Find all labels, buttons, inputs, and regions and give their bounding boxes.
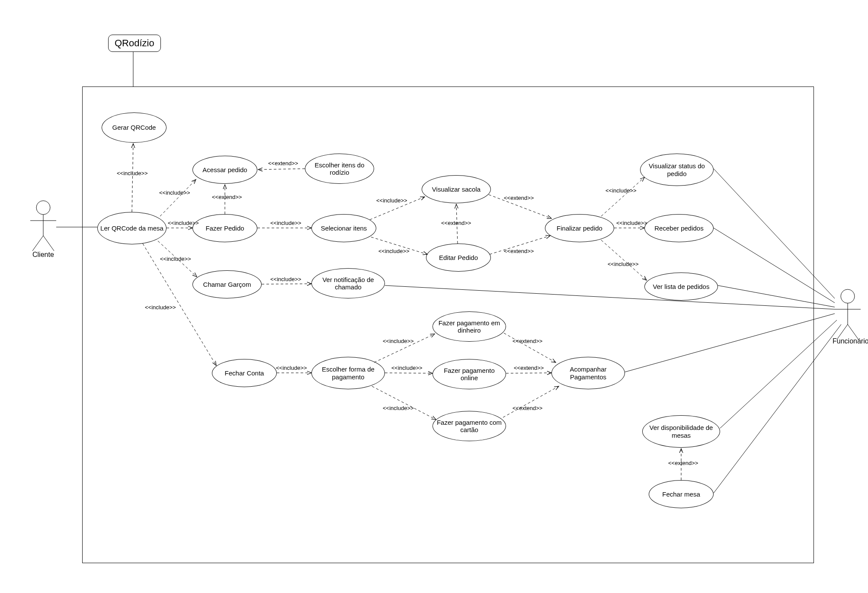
assoc-func-status [714, 169, 835, 298]
edge-chamar-notif [262, 284, 311, 284]
edge-label: <<include>> [391, 365, 423, 371]
assoc-func-fecharmesa [714, 324, 841, 493]
edge-label: <<include>> [376, 197, 407, 204]
edge-escolher-cartao [372, 386, 436, 420]
edge-label: <<extend>> [512, 338, 542, 344]
assoc-func-acompanhar [625, 314, 835, 372]
assoc-func-notificacao [385, 285, 835, 309]
actor-cliente [30, 201, 56, 251]
edge-final-status [601, 177, 644, 216]
edge-label: <<include>> [608, 261, 639, 267]
svg-line-4 [43, 236, 54, 251]
edge-label: <<include>> [159, 189, 190, 196]
svg-point-5 [841, 289, 855, 303]
edge-label: <<extend>> [212, 194, 242, 200]
edge-label: <<extend>> [441, 220, 471, 226]
diagram-canvas: QRodízio Gerar QRCode Ler QRCode da mesa… [0, 0, 868, 593]
edge-label: <<extend>> [504, 248, 534, 254]
edge-label: <<include>> [378, 248, 410, 254]
edge-label: <<extend>> [668, 460, 698, 466]
edge-label: <<extend>> [512, 405, 542, 411]
assoc-func-disponibilidade [720, 320, 837, 428]
edge-label: <<extend>> [504, 195, 534, 201]
edge-label: <<extend>> [514, 365, 544, 371]
edge-label: <<include>> [616, 220, 647, 226]
actor-funcionario [835, 289, 861, 340]
edge-escolher-acessar [258, 169, 305, 170]
edge-escolher-online [385, 373, 432, 373]
edge-final-lista [601, 240, 647, 280]
edge-label: <<extend>> [268, 160, 298, 167]
assoc-func-receber [714, 228, 835, 303]
svg-point-0 [36, 201, 50, 215]
edge-ler-acessar [160, 180, 196, 216]
edge-label: <<include>> [145, 304, 176, 311]
svg-line-3 [32, 236, 43, 251]
edge-ler-gerar [132, 144, 133, 212]
edge-label: <<include>> [168, 220, 199, 226]
svg-line-8 [837, 324, 848, 340]
edge-label: <<include>> [383, 405, 414, 411]
edge-label: <<include>> [383, 338, 414, 344]
diagram-svg: <<include>> <<include>> <<include>> <<in… [0, 0, 868, 593]
edge-label: <<include>> [276, 365, 307, 371]
svg-line-9 [848, 324, 858, 340]
edge-label: <<include>> [160, 256, 191, 262]
edge-online-acomp [506, 373, 551, 373]
edge-label: <<include>> [117, 170, 148, 176]
edge-label: <<include>> [270, 220, 301, 226]
edge-label: <<include>> [605, 187, 637, 194]
edge-label: <<include>> [270, 276, 301, 282]
edge-cartao-acomp [503, 386, 559, 417]
